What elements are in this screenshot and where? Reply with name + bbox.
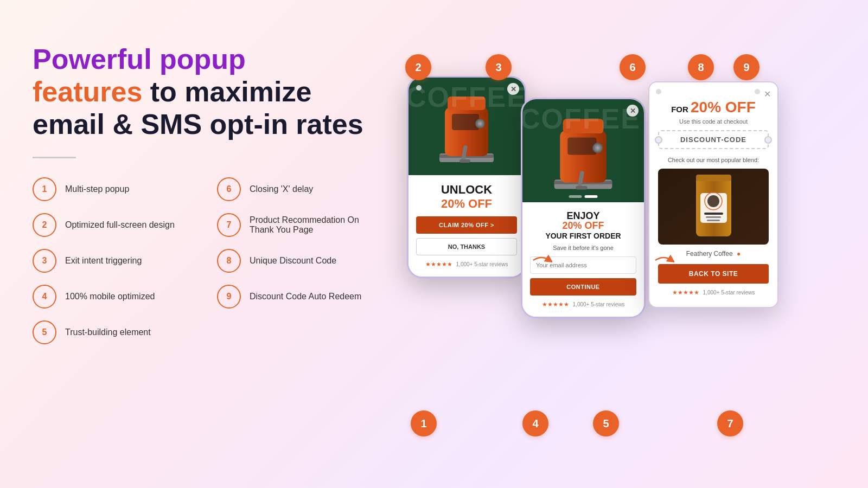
popup-3: ✕ FOR 20% OFF Use this code at checkout … [648, 81, 778, 308]
feature-number-7: 7 [217, 213, 241, 237]
feathery-text: Feathery Coffee ● [658, 250, 769, 258]
coffee-bag-svg [691, 171, 737, 242]
popup-1: COFFEE ✕ [407, 76, 526, 278]
left-panel: Powerful popup features to maximize emai… [33, 43, 369, 344]
headline: Powerful popup features to maximize emai… [33, 43, 369, 140]
close-btn-2[interactable]: ✕ [627, 105, 639, 117]
close-btn-1[interactable]: ✕ [507, 83, 519, 95]
headline-part1: Powerful popup [33, 43, 246, 75]
feature-number-5: 5 [33, 320, 56, 344]
popup-1-image: COFFEE ✕ [409, 78, 525, 175]
popup3-discount: 20% OFF [691, 99, 756, 115]
feature-item-5: 5 Trust-building element [33, 320, 184, 344]
badge-1: 1 [411, 410, 437, 436]
back-to-site-btn[interactable]: BACK TO SITE [658, 264, 769, 284]
popup-1-title: UNLOCK [416, 184, 517, 196]
feature-item-1: 1 Multi-step popup [33, 177, 184, 201]
svg-rect-15 [576, 186, 587, 189]
popup2-discount: 20% OFF [530, 221, 636, 230]
feature-text-3: Exit intent triggering [65, 256, 142, 266]
dot-top-right-3 [755, 89, 760, 94]
close-btn-3[interactable]: ✕ [764, 89, 771, 99]
popup3-for: FOR 20% OFF [658, 99, 769, 116]
badge-9: 9 [733, 54, 760, 80]
popup2-sub: YOUR FIRST ORDER [530, 232, 636, 240]
svg-rect-21 [704, 213, 723, 215]
dot-code-left [655, 136, 662, 144]
svg-point-13 [592, 143, 603, 153]
feature-number-8: 8 [217, 249, 241, 273]
discount-code-box: DISCOUNT-CODE [658, 130, 769, 149]
popular-text: Check out our most popular blend: [658, 157, 769, 163]
feature-item-6: 6 Closing 'X' delay [217, 177, 369, 201]
feature-item-4: 4 100% mobile optimized [33, 285, 184, 309]
arrow-2 [653, 249, 674, 271]
badge-8: 8 [688, 54, 714, 80]
stars-row-3: ★★★★★ 1,000+ 5-star reviews [658, 289, 769, 296]
feature-text-1: Multi-step popup [65, 184, 129, 194]
popup3-use-text: Use this code at checkout [658, 118, 769, 125]
feature-text-8: Unique Discount Code [250, 256, 336, 266]
feature-text-9: Discount Code Auto Redeem [250, 292, 361, 301]
dot-code-right [764, 136, 772, 144]
badge-2: 2 [405, 54, 431, 80]
no-thanks-btn[interactable]: NO, THANKS [416, 238, 517, 255]
svg-point-20 [707, 195, 719, 207]
badge-7: 7 [717, 410, 743, 436]
feature-text-6: Closing 'X' delay [250, 184, 313, 194]
reviews-3: 1,000+ 5-star reviews [703, 290, 755, 296]
right-panel: 1 2 3 4 5 6 7 8 9 COFFEE ✕ [380, 22, 846, 466]
popup-2-image: COFFEE ✕ [522, 99, 644, 202]
feature-number-6: 6 [217, 177, 241, 201]
feature-number-3: 3 [33, 249, 56, 273]
feature-item-2: 2 Optimized full-screen design [33, 213, 184, 237]
popup-2-phone: COFFEE ✕ [521, 98, 646, 318]
badge-6: 6 [620, 54, 646, 80]
feature-number-9: 9 [217, 285, 241, 309]
feature-text-7: Product Recommedation On Thank You Page [250, 215, 369, 235]
dot-top-left-3 [656, 89, 661, 94]
badge-3: 3 [486, 54, 512, 80]
claim-btn[interactable]: CLAIM 20% OFF > [416, 216, 517, 234]
headline-part4: email & SMS opt-in rates [33, 108, 363, 140]
feature-number-2: 2 [33, 213, 56, 237]
stars-row-2: ★★★★★ 1,000+ 5-star reviews [530, 301, 636, 308]
reviews-2: 1,000+ 5-star reviews [573, 301, 625, 307]
features-grid: 1 Multi-step popup 6 Closing 'X' delay 2… [33, 177, 369, 344]
feature-item-3: 3 Exit intent triggering [33, 249, 184, 273]
headline-part3: to maximize [142, 76, 311, 107]
feature-text-2: Optimized full-screen design [65, 220, 175, 230]
badge-5: 5 [593, 410, 619, 436]
svg-rect-4 [452, 114, 479, 130]
svg-rect-23 [707, 220, 720, 221]
continue-btn[interactable]: CONTINUE [530, 278, 636, 296]
feature-number-4: 4 [33, 285, 56, 309]
dot-top-left-1 [416, 85, 422, 91]
feature-item-9: 9 Discount Code Auto Redeem [217, 285, 369, 309]
feature-text-5: Trust-building element [65, 328, 151, 337]
feature-item-8: 8 Unique Discount Code [217, 249, 369, 273]
popup-1-subtitle: 20% OFF [416, 198, 517, 210]
coffee-bag-img [658, 169, 769, 245]
svg-point-5 [475, 119, 485, 129]
divider [33, 157, 76, 158]
svg-rect-7 [459, 159, 470, 163]
feature-item-7: 7 Product Recommedation On Thank You Pag… [217, 213, 369, 237]
svg-rect-12 [567, 137, 596, 155]
headline-part2: features [33, 76, 142, 107]
enjoy-text: ENJOY [530, 211, 636, 221]
popup-1-body: UNLOCK 20% OFF CLAIM 20% OFF > NO, THANK… [409, 175, 525, 277]
step-dots [569, 195, 598, 198]
popup-2: COFFEE ✕ [521, 98, 646, 318]
popup-1-phone: COFFEE ✕ [407, 76, 526, 278]
badge-4: 4 [522, 410, 548, 436]
stars-row-1: ★★★★★ 1,000+ 5-star reviews [416, 261, 517, 268]
popup-3-inner: ✕ FOR 20% OFF Use this code at checkout … [648, 81, 778, 308]
feature-number-1: 1 [33, 177, 56, 201]
feature-text-4: 100% mobile optimized [65, 292, 155, 301]
svg-rect-22 [706, 216, 721, 218]
svg-rect-17 [696, 175, 731, 181]
arrow-1 [531, 249, 552, 271]
reviews-1: 1,000+ 5-star reviews [456, 261, 508, 267]
